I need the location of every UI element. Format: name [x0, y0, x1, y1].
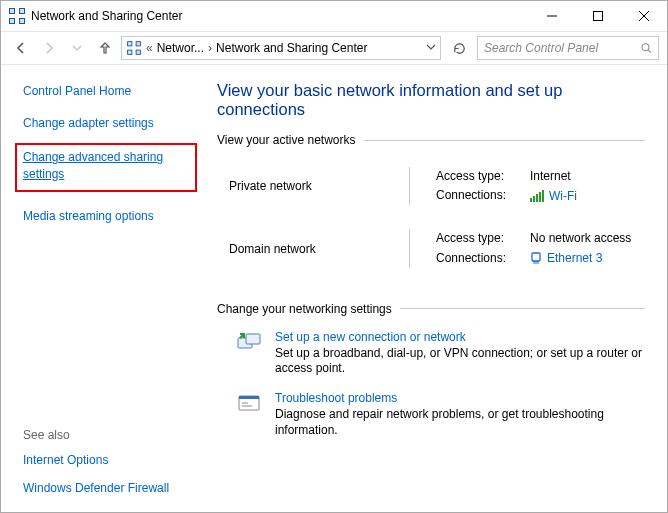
maximize-button[interactable] — [575, 1, 621, 31]
internet-options-link[interactable]: Internet Options — [23, 453, 108, 467]
highlighted-link-box: Change advanced sharing settings — [15, 143, 197, 191]
active-networks-group: View your active networks Private networ… — [217, 133, 645, 296]
setup-connection-desc: Set up a broadband, dial-up, or VPN conn… — [275, 346, 645, 377]
recent-dropdown[interactable] — [65, 36, 89, 60]
setup-connection-row: Set up a new connection or network Set u… — [235, 330, 645, 377]
troubleshoot-icon — [235, 391, 263, 419]
address-bar: « Networ... › Network and Sharing Center — [1, 31, 667, 65]
change-adapter-link[interactable]: Change adapter settings — [23, 116, 154, 130]
cp-home-link[interactable]: Control Panel Home — [23, 84, 131, 98]
network-row-private: Private network Access type:Internet Con… — [217, 161, 645, 223]
troubleshoot-link[interactable]: Troubleshoot problems — [275, 391, 645, 405]
svg-rect-10 — [542, 190, 544, 202]
change-advanced-sharing-link[interactable]: Change advanced sharing settings — [23, 150, 163, 180]
media-streaming-link[interactable]: Media streaming options — [23, 209, 154, 223]
ethernet-connection-link[interactable]: Ethernet 3 — [547, 250, 602, 266]
back-button[interactable] — [9, 36, 33, 60]
troubleshoot-desc: Diagnose and repair network problems, or… — [275, 407, 645, 438]
content-pane: View your basic network information and … — [211, 65, 667, 512]
access-type-value: Internet — [530, 167, 571, 186]
ethernet-icon — [530, 251, 542, 265]
svg-line-5 — [648, 50, 651, 53]
wifi-connection-link[interactable]: Wi-Fi — [549, 188, 577, 204]
network-name-domain: Domain network — [229, 242, 409, 256]
forward-button[interactable] — [37, 36, 61, 60]
svg-rect-18 — [239, 396, 259, 399]
connections-label: Connections: — [436, 186, 522, 205]
firewall-link[interactable]: Windows Defender Firewall — [23, 481, 169, 495]
close-button[interactable] — [621, 1, 667, 31]
access-type-label: Access type: — [436, 229, 522, 248]
setup-connection-link[interactable]: Set up a new connection or network — [275, 330, 645, 344]
sidebar: Control Panel Home Change adapter settin… — [1, 65, 211, 512]
troubleshoot-row: Troubleshoot problems Diagnose and repai… — [235, 391, 645, 438]
svg-rect-16 — [246, 334, 260, 344]
search-box[interactable] — [477, 36, 659, 60]
breadcrumb-2[interactable]: Network and Sharing Center — [216, 41, 367, 55]
breadcrumb-sep[interactable]: « — [146, 41, 153, 55]
svg-rect-8 — [536, 194, 538, 202]
svg-rect-11 — [532, 253, 540, 261]
connections-label: Connections: — [436, 249, 522, 268]
app-icon — [9, 8, 25, 24]
networking-settings-legend: Change your networking settings — [217, 302, 400, 316]
svg-rect-1 — [594, 12, 603, 21]
search-input[interactable] — [484, 41, 634, 55]
window-title: Network and Sharing Center — [31, 9, 182, 23]
setup-connection-icon — [235, 330, 263, 358]
titlebar: Network and Sharing Center — [1, 1, 667, 31]
address-dropdown[interactable] — [426, 41, 436, 55]
up-button[interactable] — [93, 36, 117, 60]
page-title: View your basic network information and … — [217, 81, 645, 119]
refresh-button[interactable] — [445, 36, 473, 60]
wifi-icon — [530, 190, 544, 202]
access-type-label: Access type: — [436, 167, 522, 186]
networking-settings-group: Change your networking settings Set up a… — [217, 302, 645, 462]
svg-point-4 — [641, 44, 648, 51]
svg-rect-9 — [539, 192, 541, 202]
chevron-right-icon[interactable]: › — [208, 41, 212, 55]
search-icon — [640, 41, 652, 55]
active-networks-legend: View your active networks — [217, 133, 364, 147]
see-also-label: See also — [23, 428, 193, 442]
svg-rect-7 — [533, 196, 535, 202]
network-row-domain: Domain network Access type:No network ac… — [217, 223, 645, 285]
address-field[interactable]: « Networ... › Network and Sharing Center — [121, 36, 441, 60]
breadcrumb-1[interactable]: Networ... — [157, 41, 204, 55]
minimize-button[interactable] — [529, 1, 575, 31]
access-type-value: No network access — [530, 229, 631, 248]
svg-rect-6 — [530, 198, 532, 202]
location-icon — [127, 41, 141, 55]
network-name-private: Private network — [229, 179, 409, 193]
